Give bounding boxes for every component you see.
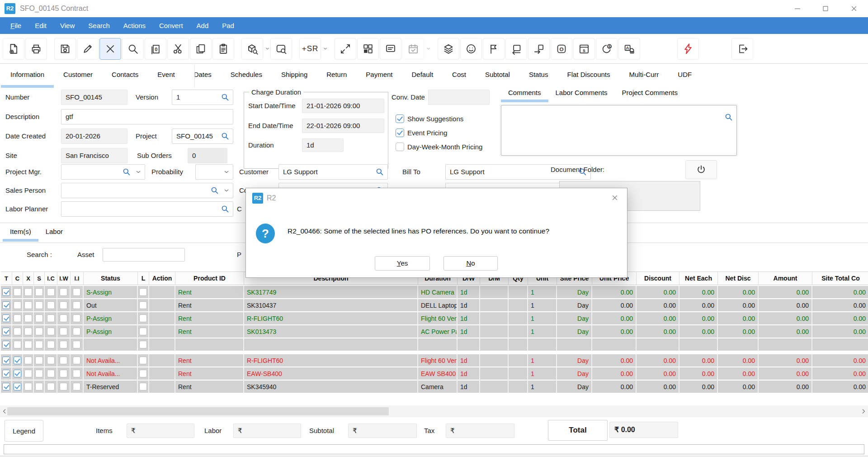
table-row[interactable] (1, 338, 868, 351)
time-money-button[interactable]: $ (596, 38, 618, 60)
menu-convert[interactable]: Convert (152, 17, 190, 34)
column-header-i-c[interactable]: I.C (45, 271, 57, 285)
chevron-down-icon[interactable] (223, 187, 230, 194)
c-checkbox[interactable] (14, 314, 21, 322)
ic-checkbox[interactable] (47, 288, 55, 296)
tab-return[interactable]: Return (317, 64, 356, 88)
x-checkbox[interactable] (24, 357, 32, 364)
l-checkbox[interactable] (139, 383, 147, 390)
exit-button[interactable] (731, 38, 753, 60)
table-row[interactable]: OutRentSK310437DELL Laptop1d1Day0.000.00… (1, 299, 868, 311)
chevron-down-icon[interactable] (135, 168, 142, 176)
t-checkbox[interactable] (2, 357, 10, 364)
no-button[interactable]: No (443, 256, 498, 271)
asset-search-input[interactable] (103, 248, 185, 262)
t-checkbox[interactable] (2, 341, 10, 348)
tab-status[interactable]: Status (519, 64, 558, 88)
column-header-discount[interactable]: Discount (637, 271, 679, 285)
t-checkbox[interactable] (2, 328, 10, 335)
tab-information[interactable]: Information (1, 64, 54, 88)
calendar-check-button[interactable] (402, 38, 424, 60)
c-checkbox[interactable] (14, 328, 21, 335)
x-checkbox[interactable] (24, 288, 32, 296)
customer-search-icon[interactable] (375, 167, 384, 176)
minimize-button[interactable] (783, 0, 811, 17)
tab-payment[interactable]: Payment (356, 64, 402, 88)
column-header-s[interactable]: S (34, 271, 45, 285)
tab-subtotal[interactable]: Subtotal (476, 64, 519, 88)
ii-checkbox[interactable] (73, 383, 80, 390)
column-header-amount[interactable]: Amount (759, 271, 812, 285)
s-checkbox[interactable] (35, 383, 43, 390)
lightning-button[interactable] (677, 38, 699, 60)
chevron-down-icon[interactable] (264, 38, 270, 59)
ii-checkbox[interactable] (73, 288, 80, 296)
event-pricing-checkbox[interactable] (396, 129, 404, 137)
ic-checkbox[interactable] (47, 370, 55, 377)
return-box-button[interactable] (505, 38, 527, 60)
start-datetime-field[interactable]: 21-01-2026 09:00 (302, 99, 384, 113)
table-row[interactable]: P-AssignRentSK013473AC Power Panel w/Dis… (1, 325, 868, 338)
tab-default[interactable]: Default (402, 64, 443, 88)
date-created-field[interactable]: 20-01-2026 (61, 129, 127, 144)
iw-checkbox[interactable] (60, 314, 67, 322)
window-s-button[interactable]: s (573, 38, 595, 60)
tab-labor-comments[interactable]: Labor Comments (548, 86, 615, 102)
project-mgr-field[interactable] (61, 164, 145, 180)
ic-checkbox[interactable] (47, 328, 55, 335)
address-truck-button[interactable]: A (618, 38, 640, 60)
x-checkbox[interactable] (24, 370, 32, 377)
customer-field[interactable]: LG Support (278, 164, 388, 180)
l-checkbox[interactable] (139, 357, 147, 364)
tiles-button[interactable] (357, 38, 379, 60)
description-field[interactable]: gtf (61, 109, 233, 124)
scroll-right-button[interactable] (860, 405, 867, 417)
c-checkbox[interactable] (14, 288, 21, 296)
probability-field[interactable] (195, 164, 233, 180)
tab-contacts[interactable]: Contacts (102, 64, 148, 88)
conv-date-field[interactable] (428, 90, 490, 105)
menu-edit[interactable]: Edit (28, 17, 53, 34)
s-checkbox[interactable] (35, 341, 43, 348)
menu-file[interactable]: File (4, 17, 28, 34)
s-checkbox[interactable] (35, 301, 43, 309)
table-row[interactable]: P-AssignRentR-FLIGHT60Flight 60 Ventilat… (1, 312, 868, 324)
add-sr-button[interactable]: +SR (299, 38, 321, 60)
ic-checkbox[interactable] (47, 314, 55, 322)
table-row[interactable]: Not Availa...RentEAW-SB400EAW SB400 Spea… (1, 367, 868, 380)
ii-checkbox[interactable] (73, 370, 80, 377)
ii-checkbox[interactable] (73, 314, 80, 322)
zero-box-button[interactable]: O (551, 38, 572, 60)
project-mgr-search-icon[interactable] (122, 167, 131, 176)
end-datetime-field[interactable]: 22-01-2026 09:00 (302, 119, 384, 133)
show-suggestions-checkbox[interactable] (396, 114, 404, 123)
expand-button[interactable] (335, 38, 356, 60)
comments-search-icon[interactable] (724, 113, 733, 122)
tab-labor[interactable]: Labor (38, 224, 70, 242)
column-header-action[interactable]: Action (149, 271, 175, 285)
comment-button[interactable] (380, 38, 401, 60)
ii-checkbox[interactable] (73, 328, 80, 335)
l-checkbox[interactable] (139, 341, 147, 348)
iw-checkbox[interactable] (60, 341, 67, 348)
c-checkbox[interactable] (14, 301, 21, 309)
column-header-site-total-co[interactable]: Site Total Co (812, 271, 868, 285)
product-search-button[interactable] (241, 38, 263, 60)
layers-button[interactable] (438, 38, 459, 60)
new-document-button[interactable] (3, 38, 24, 60)
table-row[interactable]: S-AssignRentSK317749HD Camera1d1Day0.000… (1, 286, 868, 298)
ic-checkbox[interactable] (47, 383, 55, 390)
tab-multi-curr[interactable]: Multi-Curr (620, 64, 669, 88)
column-header-net-disc[interactable]: Net Disc (718, 271, 759, 285)
ii-checkbox[interactable] (73, 301, 80, 309)
ic-checkbox[interactable] (47, 357, 55, 364)
yes-button[interactable]: Yes (375, 256, 430, 271)
table-row[interactable]: Not Availa...RentR-FLIGHT60Flight 60 Ven… (1, 354, 868, 367)
ic-checkbox[interactable] (47, 301, 55, 309)
tab-dates[interactable]: Dates (184, 64, 221, 88)
iw-checkbox[interactable] (60, 370, 67, 377)
t-checkbox[interactable] (2, 383, 10, 390)
chevron-down-icon[interactable] (223, 168, 230, 176)
table-row[interactable]: T-ReservedRentSK345940Camera1d1Day0.000.… (1, 381, 868, 393)
ii-checkbox[interactable] (73, 357, 80, 364)
